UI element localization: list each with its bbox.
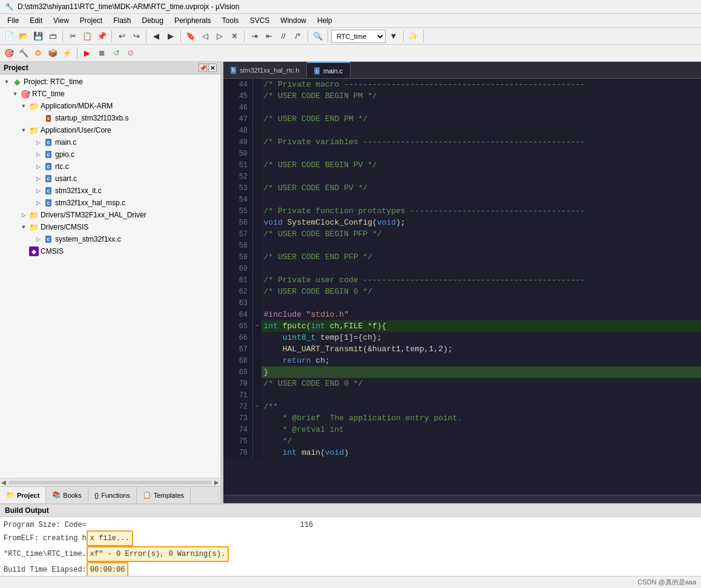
paste-btn[interactable]: 📌 — [95, 30, 108, 43]
code-content-61[interactable]: /* Private user code -------------------… — [262, 274, 701, 286]
code-content-44[interactable]: /* Private macro -----------------------… — [262, 79, 701, 90]
tree-item-rtc-c[interactable]: ▷ c rtc.c — [0, 160, 220, 173]
build-target-btn[interactable]: 🎯 — [2, 47, 16, 60]
expand-icon[interactable]: ▼ — [19, 223, 28, 231]
new-btn[interactable]: 📄 — [2, 30, 16, 43]
menu-item-peripherals[interactable]: Peripherals — [169, 15, 216, 26]
code-content-70[interactable]: /* USER CODE END 0 */ — [262, 378, 701, 389]
code-content-60[interactable] — [262, 263, 701, 274]
code-content-59[interactable]: /* USER CODE END PFP */ — [262, 251, 701, 263]
undo-btn[interactable]: ↩ — [115, 30, 128, 43]
tree-item-project-root[interactable]: ▼ ◆ Project: RTC_time — [0, 76, 220, 88]
expand-icon[interactable]: ▼ — [19, 102, 28, 110]
editor-scrollbar[interactable] — [223, 495, 701, 503]
settings-btn[interactable]: ⚙ — [124, 47, 137, 60]
code-content-67[interactable]: HAL_UART_Transmit(&huart1,temp,1,2); — [262, 343, 701, 355]
prev-bookmark-btn[interactable]: ◁ — [199, 30, 212, 43]
save-all-btn[interactable]: 🗃 — [46, 30, 59, 43]
code-content-52[interactable] — [262, 171, 701, 182]
tree-item-drivers-cmsis[interactable]: ▼ 📁 Drivers/CMSIS — [0, 221, 220, 233]
outdent-btn[interactable]: ⇤ — [262, 30, 275, 43]
tree-item-drivers-hal[interactable]: ▷ 📁 Drivers/STM32F1xx_HAL_Driver — [0, 209, 220, 221]
sidebar-scrollbar[interactable]: ◀ ▶ — [0, 478, 220, 486]
menu-item-file[interactable]: File — [2, 15, 24, 26]
code-content-58[interactable] — [262, 240, 701, 251]
tree-item-main-c[interactable]: ▷ c main.c — [0, 136, 220, 148]
project-dropdown[interactable]: RTC_time — [331, 30, 386, 43]
tab-project[interactable]: 📁 Project — [0, 487, 46, 503]
open-btn[interactable]: 📂 — [17, 30, 30, 43]
nav-fwd-btn[interactable]: ▶ — [164, 30, 177, 43]
tab-books[interactable]: 📚 Books — [46, 487, 88, 503]
sidebar-pin-btn[interactable]: 📌 — [199, 64, 207, 72]
menu-item-tools[interactable]: Tools — [217, 15, 244, 26]
code-content-66[interactable]: uint8_t temp[1]={ch}; — [262, 332, 701, 343]
editor-tab-hal-rtc[interactable]: h stm32f1xx_hal_rtc.h — [223, 62, 307, 78]
code-content-76[interactable]: int main(void) — [262, 447, 701, 458]
comment-btn[interactable]: // — [277, 30, 290, 43]
code-content-64[interactable]: #include "stdio.h" — [262, 309, 701, 320]
tree-item-stm32f1xx-hal-msp[interactable]: ▷ c stm32f1xx_hal_msp.c — [0, 197, 220, 209]
tree-item-usart-c[interactable]: ▷ c usart.c — [0, 173, 220, 185]
tree-item-app-user[interactable]: ▼ 📁 Application/User/Core — [0, 124, 220, 136]
indent-btn[interactable]: ⇥ — [248, 30, 261, 43]
code-content-54[interactable] — [262, 194, 701, 205]
expand-icon[interactable]: ▷ — [34, 162, 42, 171]
next-bookmark-btn[interactable]: ▷ — [213, 30, 226, 43]
menu-item-debug[interactable]: Debug — [137, 15, 168, 26]
find-btn[interactable]: 🔍 — [311, 30, 324, 43]
code-content-63[interactable] — [262, 297, 701, 309]
dropdown-arrow-btn[interactable]: ▼ — [387, 30, 400, 43]
code-content-68[interactable]: return ch; — [262, 355, 701, 366]
fold-btn-65[interactable]: − — [253, 320, 262, 332]
code-content-53[interactable]: /* USER CODE END PV */ — [262, 182, 701, 194]
bookmark-btn[interactable]: 🔖 — [184, 30, 197, 43]
expand-icon[interactable]: ▷ — [19, 211, 28, 219]
tree-item-stm32f1xx-it[interactable]: ▷ c stm32f1xx_it.c — [0, 185, 220, 197]
code-content-71[interactable] — [262, 389, 701, 401]
code-content-74[interactable]: * @retval int — [262, 424, 701, 435]
tree-item-app-mdk[interactable]: ▼ 📁 Application/MDK-ARM — [0, 100, 220, 112]
uncomment-btn[interactable]: /* — [291, 30, 304, 43]
code-content-72[interactable]: /** — [262, 401, 701, 412]
menu-item-edit[interactable]: Edit — [25, 15, 47, 26]
expand-icon[interactable]: ▷ — [34, 150, 42, 159]
expand-icon[interactable]: ▼ — [2, 78, 11, 86]
code-content-62[interactable]: /* USER CODE BEGIN 0 */ — [262, 286, 701, 297]
code-content-56[interactable]: void SystemClock_Config(void); — [262, 217, 701, 228]
copy-btn[interactable]: 📋 — [81, 30, 94, 43]
reset-btn[interactable]: ↺ — [110, 47, 123, 60]
tab-templates[interactable]: 📋 Templates — [137, 487, 191, 503]
code-content-48[interactable] — [262, 125, 701, 136]
start-debug-btn[interactable]: ▶ — [81, 47, 94, 60]
sidebar-close-btn[interactable]: ✕ — [208, 64, 217, 72]
batch-build-btn[interactable]: 📦 — [46, 47, 59, 60]
menu-item-help[interactable]: Help — [312, 15, 337, 26]
flash-btn[interactable]: ⚡ — [61, 47, 74, 60]
redo-btn[interactable]: ↪ — [130, 30, 143, 43]
clear-bookmark-btn[interactable]: ✕ — [228, 30, 241, 43]
cut-btn[interactable]: ✂ — [66, 30, 79, 43]
menu-item-svcs[interactable]: SVCS — [245, 15, 275, 26]
fold-btn-72[interactable]: − — [253, 401, 262, 412]
editor-tab-main[interactable]: c main.c — [307, 62, 350, 78]
tree-item-system-stm32[interactable]: ▷ c system_stm32f1xx.c — [0, 233, 220, 245]
code-content-51[interactable]: /* USER CODE BEGIN PV */ — [262, 159, 701, 171]
code-content-47[interactable]: /* USER CODE END PM */ — [262, 113, 701, 125]
expand-icon[interactable]: ▷ — [34, 187, 42, 195]
menu-item-project[interactable]: Project — [75, 15, 107, 26]
code-content-46[interactable] — [262, 102, 701, 113]
menu-item-view[interactable]: View — [48, 15, 74, 26]
expand-icon[interactable]: ▼ — [11, 90, 19, 98]
code-content-75[interactable]: */ — [262, 435, 701, 447]
code-content-49[interactable]: /* Private variables -------------------… — [262, 136, 701, 148]
menu-item-window[interactable]: Window — [275, 15, 311, 26]
code-content-50[interactable] — [262, 148, 701, 159]
compile-btn[interactable]: ⚙ — [31, 47, 45, 60]
rebuild-btn[interactable]: 🔨 — [17, 47, 30, 60]
code-content-69[interactable]: } — [262, 366, 701, 378]
code-content-65[interactable]: int fputc(int ch,FILE *f){ — [262, 320, 701, 332]
expand-icon[interactable]: ▼ — [19, 126, 28, 134]
tree-item-cmsis[interactable]: ◆ CMSIS — [0, 245, 220, 257]
tree-item-rtc-time[interactable]: ▼ 🎯 RTC_time — [0, 88, 220, 100]
